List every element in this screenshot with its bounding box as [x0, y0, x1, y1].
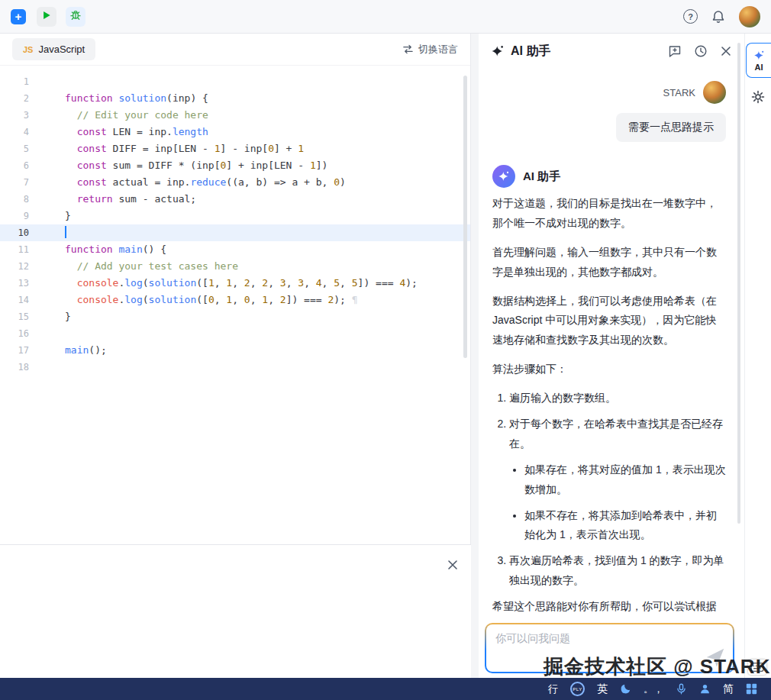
ime-simplified-toggle[interactable]: 简 — [723, 682, 734, 696]
code-line[interactable]: 7 const actual = inp.reduce((a, b) => a … — [0, 174, 470, 191]
line-number: 1 — [0, 73, 44, 90]
ai-message-header: AI 助手 — [492, 165, 726, 188]
ai-paragraph: 数据结构选择上，我们可以考虑使用哈希表（在 JavaScript 中可以用对象来… — [492, 292, 726, 351]
line-number: 4 — [0, 124, 44, 140]
code-line[interactable]: 18 — [0, 359, 470, 376]
ime-punctuation-toggle[interactable]: 。， — [644, 682, 663, 696]
code-lines: 12function solution(inp) {3 // Edit your… — [0, 66, 470, 376]
swap-arrows-icon — [402, 44, 414, 55]
ime-voice-button[interactable] — [676, 683, 687, 695]
history-button[interactable] — [694, 44, 708, 58]
code-line[interactable]: 1 — [0, 73, 470, 90]
line-number: 13 — [0, 275, 44, 292]
code-line[interactable]: 5 const DIFF = inp[LEN - 1] - inp[0] + 1 — [0, 140, 470, 157]
code-line[interactable]: 11function main() { — [0, 241, 470, 258]
code-editor: JS JavaScript 切换语言 12function solution(i… — [0, 34, 471, 544]
ai-paragraph: 算法步骤如下： — [492, 360, 726, 379]
text-cursor — [65, 226, 66, 238]
ai-steps: 遍历输入的数字数组。对于每个数字，在哈希表中查找其是否已经存在。如果存在，将其对… — [492, 389, 726, 591]
ai-paragraph: 首先理解问题，输入一组数字，其中只有一个数字是单独出现的，其他数字都成对。 — [492, 243, 726, 282]
ai-step: 遍历输入的数字数组。 — [509, 389, 726, 408]
line-number: 12 — [0, 258, 44, 275]
close-icon — [447, 559, 459, 571]
line-number: 18 — [0, 359, 44, 376]
line-number: 2 — [0, 90, 44, 107]
ai-closing: 希望这个思路能对你有所帮助，你可以尝试根据这个思路去完善代码。 — [492, 597, 726, 618]
code-line[interactable]: 13 console.log(solution([1, 1, 2, 2, 3, … — [0, 275, 470, 292]
ime-language-toggle[interactable]: 英 — [597, 682, 608, 696]
gear-icon — [751, 90, 765, 104]
switch-language-button[interactable]: 切换语言 — [402, 43, 458, 56]
topbar-right: ? — [683, 6, 760, 27]
line-number: 9 — [0, 208, 44, 224]
line-number: 11 — [0, 241, 44, 258]
code-line[interactable]: 15} — [0, 308, 470, 325]
new-code-button[interactable]: + — [11, 9, 26, 24]
ai-message: 对于这道题，我们的目标是找出在一堆数字中，那个唯一不成对出现的数字。首先理解问题… — [492, 194, 726, 618]
code-line[interactable]: 3 // Edit your code here — [0, 107, 470, 124]
user-message-bubble: 需要一点思路提示 — [616, 113, 726, 142]
user-avatar[interactable] — [739, 6, 760, 27]
new-chat-icon — [668, 44, 682, 58]
line-number: 10 — [0, 224, 44, 241]
js-badge: JS — [23, 45, 33, 54]
ai-step-bullet: 如果存在，将其对应的值加 1，表示出现次数增加。 — [524, 460, 726, 500]
ime-night-mode-button[interactable] — [620, 683, 631, 695]
code-line[interactable]: 12 // Add your test cases here — [0, 258, 470, 275]
close-icon — [720, 45, 732, 57]
code-line[interactable]: 14 console.log(solution([0, 1, 0, 1, 2])… — [0, 292, 470, 308]
code-line[interactable]: 8 return sum - actual; — [0, 191, 470, 208]
chat-close-button[interactable] — [720, 45, 732, 57]
play-icon — [41, 10, 52, 24]
ai-step: 对于每个数字，在哈希表中查找其是否已经存在。如果存在，将其对应的值加 1，表示出… — [509, 415, 726, 545]
topbar: + ? — [0, 0, 771, 34]
line-number: 15 — [0, 308, 44, 325]
sparkle-icon — [498, 170, 510, 182]
ime-account-button[interactable] — [699, 683, 711, 695]
line-number: 7 — [0, 174, 44, 191]
run-button[interactable] — [37, 7, 56, 27]
ime-logo-icon[interactable]: PLY — [570, 682, 585, 696]
history-icon — [694, 44, 708, 58]
ime-mode-label[interactable]: 行 — [548, 682, 558, 696]
right-toolbar: AI — [744, 34, 771, 678]
help-button[interactable]: ? — [683, 9, 698, 24]
sparkle-icon — [753, 50, 765, 61]
user-message-avatar[interactable] — [703, 81, 726, 104]
chat-header-icons — [668, 44, 732, 58]
editor-scrollbar[interactable] — [463, 76, 467, 358]
code-line[interactable]: 4 const LEN = inp.length — [0, 124, 470, 140]
ai-paragraph: 对于这道题，我们的目标是找出在一堆数字中，那个唯一不成对出现的数字。 — [492, 194, 726, 234]
notifications-button[interactable] — [711, 10, 725, 24]
tab-javascript[interactable]: JS JavaScript — [12, 38, 95, 60]
code-line[interactable]: 16 — [0, 325, 470, 342]
chat-header: AI 助手 — [479, 34, 744, 69]
editor-tabbar: JS JavaScript 切换语言 — [0, 34, 470, 66]
line-number: 3 — [0, 107, 44, 124]
console-close-button[interactable] — [447, 559, 459, 571]
code-line[interactable]: 6 const sum = DIFF * (inp[0] + inp[LEN -… — [0, 157, 470, 174]
line-number: 6 — [0, 157, 44, 174]
plus-icon: + — [15, 11, 22, 22]
line-number: 17 — [0, 342, 44, 359]
chat-scrollbar[interactable] — [737, 43, 740, 524]
new-chat-button[interactable] — [668, 44, 682, 58]
moon-icon — [620, 683, 631, 695]
code-line[interactable]: 10 — [0, 224, 470, 241]
grid-icon — [746, 683, 757, 695]
chat-messages: STARK 需要一点思路提示 AI 助手 对于这道题，我们的目标是找出在一堆数字… — [479, 69, 740, 618]
ai-assistant-panel: AI 助手 STARK 需要一点思路提示 AI 助手 对于这道题，我们的目标是找… — [479, 34, 744, 678]
chat-title: AI 助手 — [511, 44, 550, 60]
console-panel — [0, 544, 471, 678]
ai-panel-toggle[interactable]: AI — [746, 43, 771, 78]
taskbar: 行 PLY 英 。， 简 — [0, 678, 771, 700]
ime-toolbox-button[interactable] — [746, 683, 757, 695]
code-line[interactable]: 2function solution(inp) { — [0, 90, 470, 107]
question-icon: ? — [688, 12, 693, 21]
line-number: 14 — [0, 292, 44, 308]
code-line[interactable]: 17main(); — [0, 342, 470, 359]
ai-paragraphs: 对于这道题，我们的目标是找出在一堆数字中，那个唯一不成对出现的数字。首先理解问题… — [492, 194, 726, 379]
settings-button[interactable] — [751, 90, 765, 104]
code-line[interactable]: 9} — [0, 208, 470, 224]
debug-button[interactable] — [66, 7, 85, 27]
